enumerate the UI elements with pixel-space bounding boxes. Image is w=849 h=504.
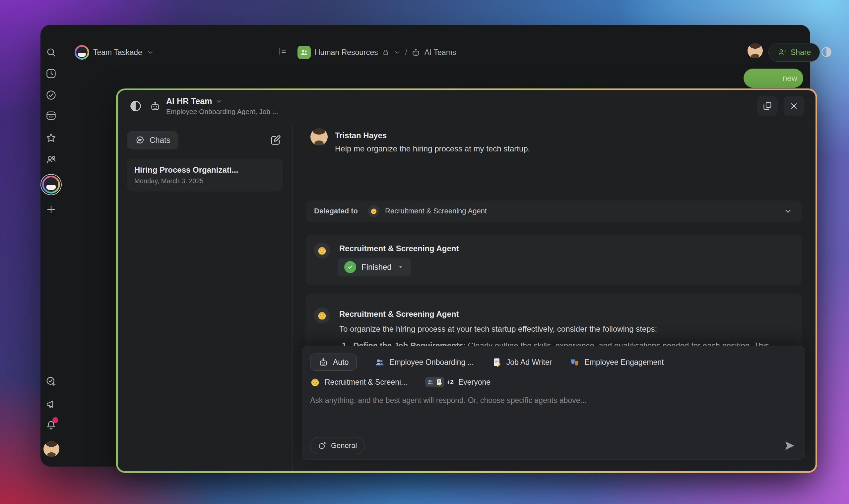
ai-team-modal-frame: AI HR Team Employee Onboarding Agent, Jo… <box>116 89 817 473</box>
memo-emoji <box>492 357 502 367</box>
caret-down-icon <box>397 264 404 271</box>
agent-name: Recruitment & Screening Agent <box>339 244 459 253</box>
modal-subtitle: Employee Onboarding Agent, Job ... <box>166 108 278 116</box>
chevron-down-icon[interactable] <box>783 206 793 216</box>
agent-chip-job-ad-writer[interactable]: Job Ad Writer <box>492 357 552 367</box>
search-icon[interactable] <box>45 47 57 58</box>
space-icon[interactable] <box>297 46 311 59</box>
agent-chip-everyone[interactable]: +2 Everyone <box>425 377 490 388</box>
chat-item-date: Monday, March 3, 2025 <box>134 177 276 185</box>
new-chat-icon[interactable] <box>268 133 283 147</box>
mode-selector-general[interactable]: General <box>310 437 364 454</box>
message-avatar <box>310 128 328 145</box>
expand-modal-button[interactable] <box>757 96 778 116</box>
message-text: Help me organize the hiring process at m… <box>335 144 530 154</box>
status-dropdown[interactable]: Finished <box>337 258 411 276</box>
conversation-area: Tristan Hayes Help me organize the hirin… <box>293 122 815 471</box>
user-profile-avatar[interactable] <box>44 441 59 457</box>
new-badge-label: new <box>783 74 797 83</box>
agent-status-card: Recruitment & Screening Agent Finished <box>306 235 801 285</box>
agent-name: Recruitment & Screening Agent <box>339 309 459 319</box>
new-badge-button[interactable]: new <box>744 69 803 88</box>
add-workspace-icon[interactable] <box>45 203 57 215</box>
workspace-logo <box>75 45 89 60</box>
chat-list-item[interactable]: Hiring Process Organizati... Monday, Mar… <box>127 159 283 192</box>
message-input[interactable] <box>310 396 797 434</box>
recent-icon[interactable] <box>45 68 57 79</box>
theme-toggle-icon[interactable] <box>820 46 833 58</box>
finished-check-icon <box>344 261 356 273</box>
more-agents-count: +2 <box>446 378 454 386</box>
agent-face-emoji <box>310 377 320 387</box>
workspace-avatar-selected[interactable] <box>42 176 60 194</box>
my-tasks-icon[interactable] <box>45 375 57 388</box>
response-intro: To organize the hiring process at your t… <box>339 323 785 335</box>
general-mode-icon <box>318 441 327 450</box>
notification-badge <box>52 417 58 423</box>
breadcrumb-space[interactable]: Human Resources <box>315 48 378 57</box>
robot-icon <box>318 357 328 367</box>
topbar-user-avatar[interactable] <box>747 43 763 58</box>
ai-team-modal: AI HR Team Employee Onboarding Agent, Jo… <box>118 90 815 471</box>
person-add-icon <box>777 48 787 57</box>
masks-emoji <box>570 357 580 367</box>
announcements-icon[interactable] <box>45 398 57 410</box>
completed-tasks-icon[interactable] <box>45 89 57 101</box>
workspace-switcher[interactable]: Team Taskade <box>75 45 154 60</box>
chats-tab[interactable]: Chats <box>127 131 178 149</box>
status-label: Finished <box>362 263 392 272</box>
delegation-agent-name: Recruitment & Screening Agent <box>385 207 487 215</box>
breadcrumb-section[interactable]: AI Teams <box>424 48 456 57</box>
robot-icon <box>150 101 161 112</box>
people-emoji <box>375 357 385 367</box>
desktop-background: Team Taskade Human Resources / AI Teams … <box>0 0 849 504</box>
chats-label: Chats <box>150 136 171 145</box>
send-icon[interactable] <box>782 438 797 453</box>
agent-face-emoji <box>314 242 330 258</box>
user-message: Tristan Hayes Help me organize the hirin… <box>310 128 530 154</box>
agent-chip-auto[interactable]: Auto <box>310 354 357 371</box>
agent-chip-employee-onboarding[interactable]: Employee Onboarding ... <box>375 357 473 367</box>
breadcrumb: Human Resources / AI Teams <box>297 46 456 59</box>
memo-emoji <box>434 377 445 388</box>
panel-toggle-icon[interactable] <box>129 100 142 113</box>
modal-header: AI HR Team Employee Onboarding Agent, Jo… <box>118 90 815 122</box>
expand-icon <box>762 101 773 111</box>
share-button[interactable]: Share <box>768 43 820 61</box>
share-label: Share <box>791 48 811 57</box>
chat-bubble-icon <box>135 135 145 145</box>
mode-label: General <box>331 442 357 450</box>
collapse-sidebar-icon[interactable] <box>278 47 288 56</box>
members-icon[interactable] <box>45 154 57 166</box>
planner-icon[interactable] <box>45 110 57 122</box>
team-title-dropdown[interactable]: AI HR Team <box>166 96 278 106</box>
notifications-icon[interactable] <box>45 419 57 431</box>
agent-face-emoji <box>314 307 330 323</box>
delegation-label: Delegated to <box>314 207 358 215</box>
workspace-name: Team Taskade <box>93 48 142 57</box>
starred-icon[interactable] <box>45 132 57 144</box>
agent-face-emoji <box>368 205 380 217</box>
agent-chip-recruitment-screening[interactable]: Recruitment & Screeni... <box>310 377 407 387</box>
breadcrumb-separator: / <box>405 48 407 57</box>
agent-chip-employee-engagement[interactable]: Employee Engagement <box>570 357 664 367</box>
message-author: Tristan Hayes <box>335 131 530 140</box>
chevron-down-icon <box>215 98 223 105</box>
chat-item-title: Hiring Process Organizati... <box>134 165 276 175</box>
close-icon <box>789 101 799 111</box>
close-modal-button[interactable] <box>784 96 804 116</box>
modal-title: AI HR Team <box>166 96 212 106</box>
chats-panel: Chats Hiring Process Organizati... Monda… <box>118 122 293 471</box>
app-sidebar-rail <box>40 25 74 467</box>
delegation-row[interactable]: Delegated to Recruitment & Screening Age… <box>306 200 801 222</box>
app-window: Team Taskade Human Resources / AI Teams … <box>40 25 810 467</box>
message-composer: Auto Employee Onboarding ... Job Ad Writ… <box>302 346 805 460</box>
top-bar: Team Taskade Human Resources / AI Teams … <box>74 25 810 64</box>
